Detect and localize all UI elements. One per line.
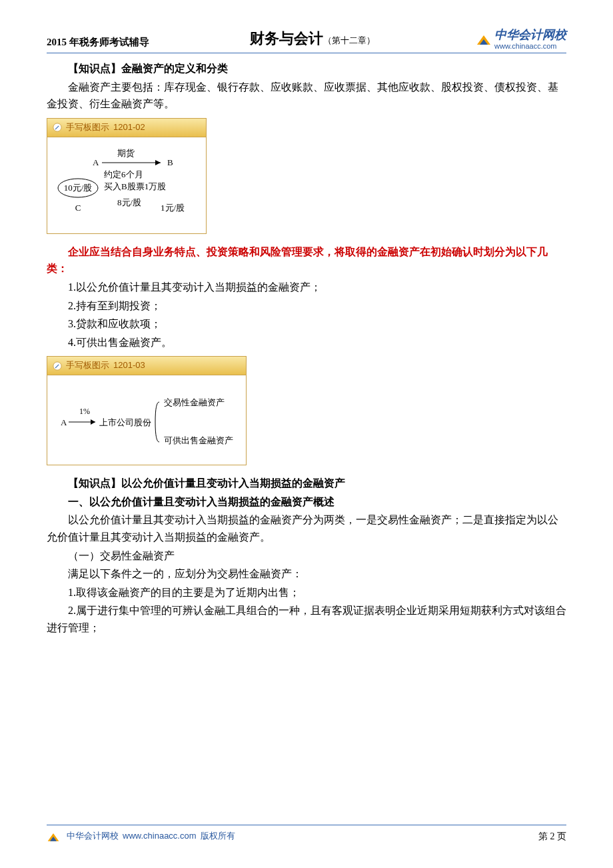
- d1-p1: 1元/股: [161, 203, 185, 213]
- footer-brand: 中华会计网校: [67, 829, 119, 843]
- logo-icon: [476, 31, 492, 47]
- content: 【知识点】金融资产的定义和分类 金融资产主要包括：库存现金、银行存款、应收账款、…: [47, 60, 566, 636]
- d1-p8: 8元/股: [117, 197, 141, 207]
- red-para: 企业应当结合自身业务特点、投资策略和风险管理要求，将取得的金融资产在初始确认时划…: [47, 243, 566, 277]
- diagram1-label: 手写板图示: [66, 121, 109, 135]
- section2-title: 【知识点】以公允价值计量且变动计入当期损益的金融资产: [47, 475, 566, 492]
- footer-copyright: 版权所有: [201, 829, 235, 843]
- svg-marker-6: [91, 419, 95, 425]
- diagram-title: 手写板图示 1201-02: [47, 119, 206, 137]
- d2-A: A: [61, 417, 67, 427]
- footer-url: www.chinaacc.com: [123, 829, 197, 843]
- page-footer: 中华会计网校 www.chinaacc.com 版权所有 第 2 页: [47, 825, 566, 844]
- section1-para: 金融资产主要包括：库存现金、银行存款、应收账款、应收票据、其他应收款、股权投资、…: [47, 79, 566, 113]
- diagram1-body: 期货 A B 约定6个月 买入B股票1万股 10元/股 C 8元/股 1元/股: [47, 137, 206, 233]
- header-logo: 中华会计网校 www.chinaacc.com: [476, 29, 566, 50]
- diagram-1201-03: 手写板图示 1201-03 A 1% 上市公司股份 交易性金融资产 可供出售金融…: [47, 356, 247, 465]
- page-header: 2015 年税务师考试辅导 财务与会计（第十二章） 中华会计网校 www.chi…: [47, 27, 566, 53]
- diagram1-code: 1201-02: [113, 121, 145, 135]
- section2-subtitle: 一、以公允价值计量且变动计入当期损益的金融资产概述: [47, 493, 566, 511]
- diagram2-title: 手写板图示 1201-03: [47, 357, 246, 375]
- d1-leftprice: 10元/股: [64, 183, 93, 193]
- d1-line2: 约定6个月: [104, 169, 143, 179]
- diagram2-label: 手写板图示: [66, 359, 109, 373]
- header-left: 2015 年税务师考试辅导: [47, 34, 149, 50]
- pen-icon: [53, 361, 62, 371]
- footer-logo-icon: [47, 830, 60, 843]
- diagram-1201-02: 手写板图示 1201-02 期货 A B 约定6个月 买入B股票1万股 10元/…: [47, 118, 207, 234]
- d1-A: A: [93, 157, 99, 167]
- d1-B: B: [167, 157, 173, 167]
- svg-marker-2: [155, 160, 161, 165]
- pen-icon: [53, 123, 62, 132]
- list1-4: 4.可供出售金融资产。: [47, 334, 566, 351]
- d1-line3: 买入B股票1万股: [104, 181, 166, 191]
- list1-2: 2.持有至到期投资；: [47, 297, 566, 315]
- d2-opt2: 可供出售金融资产: [164, 435, 233, 445]
- section2-p3: 满足以下条件之一的，应划分为交易性金融资产：: [47, 565, 566, 583]
- header-title: 财务与会计（第十二章）: [149, 27, 476, 50]
- diagram2-body: A 1% 上市公司股份 交易性金融资产 可供出售金融资产: [47, 375, 246, 465]
- header-title-text: 财务与会计: [250, 30, 323, 47]
- d2-pct: 1%: [79, 407, 90, 416]
- diagram2-code: 1201-03: [113, 359, 145, 373]
- d2-listed: 上市公司股份: [99, 417, 151, 427]
- section2-p4: 1.取得该金融资产的目的主要是为了近期内出售；: [47, 584, 566, 601]
- section2-p2: （一）交易性金融资产: [47, 547, 566, 565]
- list1-3: 3.贷款和应收款项；: [47, 315, 566, 333]
- d1-futures: 期货: [117, 148, 135, 158]
- page-number: 第 2 页: [538, 829, 566, 844]
- logo-url-text: www.chinaacc.com: [494, 42, 566, 50]
- footer-left: 中华会计网校 www.chinaacc.com 版权所有: [47, 829, 235, 843]
- d1-C: C: [75, 203, 81, 213]
- section2-p1: 以公允价值计量且其变动计入当期损益的金融资产分为两类，一是交易性金融资产；二是直…: [47, 511, 566, 545]
- section1-title: 【知识点】金融资产的定义和分类: [47, 60, 566, 77]
- header-chapter: （第十二章）: [323, 35, 375, 45]
- section2-p5: 2.属于进行集中管理的可辨认金融工具组合的一种，且有客观证据表明企业近期采用短期…: [47, 602, 566, 636]
- list1-1: 1.以公允价值计量且其变动计入当期损益的金融资产；: [47, 279, 566, 296]
- logo-cn-text: 中华会计网校: [494, 29, 566, 42]
- d2-opt1: 交易性金融资产: [164, 397, 225, 407]
